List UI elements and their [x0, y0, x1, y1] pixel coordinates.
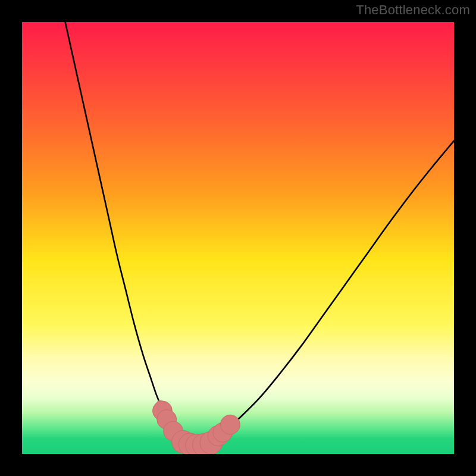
watermark-text: TheBottleneck.com: [356, 2, 470, 18]
plot-area: [22, 22, 454, 454]
chart-svg: [22, 22, 454, 454]
chart-frame: TheBottleneck.com: [0, 0, 476, 476]
data-marker: [220, 415, 240, 434]
gradient-bg: [22, 22, 454, 454]
